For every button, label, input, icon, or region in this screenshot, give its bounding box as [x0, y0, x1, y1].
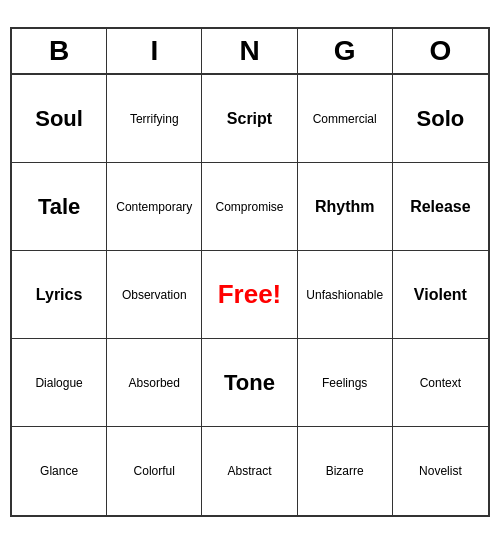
cell-label: Release — [410, 198, 471, 216]
cell-label: Tale — [38, 194, 80, 220]
cell-label: Free! — [218, 279, 282, 310]
bingo-grid: SoulTerrifyingScriptCommercialSoloTaleCo… — [12, 75, 488, 515]
bingo-cell: Context — [393, 339, 488, 427]
bingo-cell: Absorbed — [107, 339, 202, 427]
cell-label: Novelist — [419, 464, 462, 478]
cell-label: Solo — [417, 106, 465, 132]
bingo-cell: Observation — [107, 251, 202, 339]
header-letter: N — [202, 29, 297, 73]
cell-label: Terrifying — [130, 112, 179, 126]
cell-label: Absorbed — [129, 376, 180, 390]
cell-label: Dialogue — [35, 376, 82, 390]
cell-label: Bizarre — [326, 464, 364, 478]
bingo-cell: Abstract — [202, 427, 297, 515]
bingo-cell: Script — [202, 75, 297, 163]
bingo-cell: Unfashionable — [298, 251, 393, 339]
cell-label: Commercial — [313, 112, 377, 126]
bingo-cell: Rhythm — [298, 163, 393, 251]
bingo-cell: Dialogue — [12, 339, 107, 427]
cell-label: Soul — [35, 106, 83, 132]
header-letter: G — [298, 29, 393, 73]
bingo-cell: Soul — [12, 75, 107, 163]
bingo-cell: Contemporary — [107, 163, 202, 251]
bingo-cell: Bizarre — [298, 427, 393, 515]
cell-label: Feelings — [322, 376, 367, 390]
bingo-cell: Release — [393, 163, 488, 251]
bingo-cell: Feelings — [298, 339, 393, 427]
cell-label: Glance — [40, 464, 78, 478]
bingo-cell: Lyrics — [12, 251, 107, 339]
cell-label: Script — [227, 110, 272, 128]
bingo-cell: Tale — [12, 163, 107, 251]
bingo-cell: Free! — [202, 251, 297, 339]
cell-label: Contemporary — [116, 200, 192, 214]
bingo-cell: Terrifying — [107, 75, 202, 163]
cell-label: Tone — [224, 370, 275, 396]
bingo-cell: Compromise — [202, 163, 297, 251]
bingo-cell: Solo — [393, 75, 488, 163]
bingo-cell: Tone — [202, 339, 297, 427]
cell-label: Rhythm — [315, 198, 375, 216]
bingo-cell: Colorful — [107, 427, 202, 515]
cell-label: Colorful — [134, 464, 175, 478]
bingo-cell: Novelist — [393, 427, 488, 515]
bingo-cell: Commercial — [298, 75, 393, 163]
header-letter: O — [393, 29, 488, 73]
header-letter: B — [12, 29, 107, 73]
bingo-header: BINGO — [12, 29, 488, 75]
cell-label: Abstract — [227, 464, 271, 478]
cell-label: Unfashionable — [306, 288, 383, 302]
header-letter: I — [107, 29, 202, 73]
cell-label: Lyrics — [36, 286, 83, 304]
cell-label: Observation — [122, 288, 187, 302]
cell-label: Context — [420, 376, 461, 390]
cell-label: Violent — [414, 286, 467, 304]
bingo-cell: Glance — [12, 427, 107, 515]
bingo-card: BINGO SoulTerrifyingScriptCommercialSolo… — [10, 27, 490, 517]
bingo-cell: Violent — [393, 251, 488, 339]
cell-label: Compromise — [215, 200, 283, 214]
